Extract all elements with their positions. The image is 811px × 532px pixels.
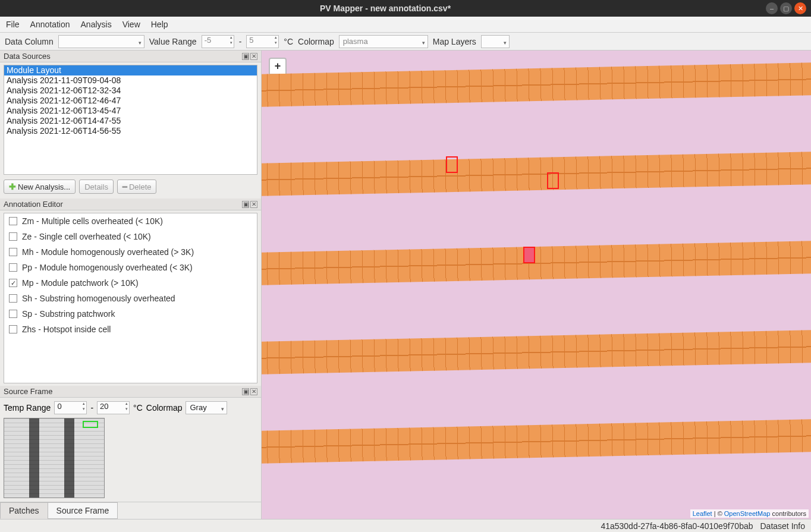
menu-file[interactable]: File (6, 20, 20, 29)
window-title: PV Mapper - new annotation.csv* (5, 4, 766, 13)
undock-icon[interactable]: ▣ (242, 53, 249, 60)
menubar: File Annotation Analysis View Help (0, 17, 811, 33)
label-temp-range: Temp Range (4, 403, 51, 413)
annotation-editor-header: Annotation Editor ▣✕ (0, 199, 261, 210)
temp-min[interactable]: 0 (54, 401, 87, 414)
bottom-tabs: Patches Source Frame (0, 502, 261, 519)
map-attribution: Leaflet | © OpenStreetMap contributors (690, 509, 809, 518)
toolbar: Data Column Value Range -5 - 5 °C Colorm… (0, 33, 811, 51)
list-item[interactable]: Analysis 2021-11-09T09-04-08 (4, 75, 257, 86)
checkbox[interactable] (9, 217, 17, 225)
data-sources-header: Data Sources ▣✕ (0, 51, 261, 62)
undock-icon[interactable]: ▣ (242, 201, 249, 208)
value-range-max[interactable]: 5 (246, 35, 279, 48)
data-column-select[interactable] (58, 35, 144, 48)
details-button[interactable]: Details (79, 180, 114, 194)
label-colormap: Colormap (298, 37, 334, 46)
label-data-column: Data Column (5, 37, 54, 46)
annotation-label: Ze - Single cell overheated (< 10K) (22, 232, 151, 241)
range-dash: - (239, 37, 242, 46)
list-item[interactable]: Module Layout (4, 65, 257, 75)
left-panel: Data Sources ▣✕ Module Layout Analysis 2… (0, 51, 262, 519)
menu-annotation[interactable]: Annotation (30, 20, 70, 29)
status-label: Dataset Info (760, 521, 806, 531)
new-analysis-button[interactable]: ✚New Analysis... (4, 180, 76, 194)
temp-max[interactable]: 20 (97, 401, 130, 414)
checkbox[interactable] (9, 294, 17, 303)
list-item[interactable]: Analysis 2021-12-06T14-47-55 (4, 116, 257, 126)
sf-colormap-select[interactable]: Gray (186, 401, 227, 414)
data-sources-list[interactable]: Module Layout Analysis 2021-11-09T09-04-… (4, 65, 257, 175)
map-layers-select[interactable] (481, 35, 510, 48)
checkbox[interactable]: ✓ (9, 279, 17, 287)
close-icon[interactable]: ✕ (250, 53, 257, 60)
undock-icon[interactable]: ▣ (242, 388, 249, 395)
close-button[interactable]: ✕ (794, 2, 806, 14)
checkbox[interactable] (9, 248, 17, 256)
unit-c: °C (284, 37, 293, 46)
close-icon[interactable]: ✕ (250, 388, 257, 395)
label-map-layers: Map Layers (433, 37, 476, 46)
checkbox[interactable] (9, 310, 17, 318)
menu-analysis[interactable]: Analysis (81, 20, 112, 29)
minus-icon: ━ (122, 182, 127, 191)
source-frame-header: Source Frame ▣✕ (0, 386, 261, 398)
list-item[interactable]: Analysis 2021-12-06T12-32-34 (4, 86, 257, 96)
selection-box (83, 421, 98, 428)
menu-help[interactable]: Help (151, 20, 168, 29)
minimize-button[interactable]: – (766, 2, 778, 14)
checkbox[interactable] (9, 263, 17, 272)
label-sf-colormap: Colormap (146, 403, 183, 413)
list-item[interactable]: Analysis 2021-12-06T13-45-47 (4, 106, 257, 116)
map-view[interactable]: + − Leaflet | © OpenStreetMap contributo… (262, 51, 811, 519)
checkbox[interactable] (9, 325, 17, 333)
list-item[interactable]: Analysis 2021-12-06T12-46-47 (4, 96, 257, 106)
close-icon[interactable]: ✕ (250, 201, 257, 208)
colormap-select[interactable]: plasma (339, 35, 428, 48)
tab-source-frame[interactable]: Source Frame (48, 502, 118, 519)
leaflet-link[interactable]: Leaflet (693, 510, 712, 517)
module-highlight[interactable] (547, 172, 559, 189)
list-item[interactable]: Analysis 2021-12-06T14-56-55 (4, 126, 257, 136)
maximize-button[interactable]: ▢ (780, 2, 792, 14)
annotation-label: Mp - Module patchwork (> 10K) (22, 278, 139, 288)
checkbox[interactable] (9, 232, 17, 241)
tab-patches[interactable]: Patches (0, 502, 48, 519)
annotation-label: Zhs - Hotspot inside cell (22, 325, 111, 334)
status-id: 41a530dd-27fa-4b86-8fa0-4010e9f70bab (601, 521, 753, 531)
zoom-in-button[interactable]: + (270, 59, 285, 74)
delete-button[interactable]: ━Delete (117, 180, 157, 194)
annotation-list[interactable]: Zm - Multiple cells overheated (< 10K) Z… (4, 213, 257, 383)
module-highlight[interactable] (523, 247, 535, 263)
value-range-min[interactable]: -5 (202, 35, 234, 48)
plus-icon: ✚ (9, 182, 16, 191)
annotation-label: Sp - Substring patchwork (22, 309, 115, 319)
menu-view[interactable]: View (122, 20, 140, 29)
label-value-range: Value Range (149, 37, 197, 46)
annotation-label: Pp - Module homogenously overheated (< 3… (22, 263, 193, 272)
titlebar: PV Mapper - new annotation.csv* – ▢ ✕ (0, 0, 811, 17)
annotation-label: Mh - Module homogenously overheated (> 3… (22, 247, 194, 257)
module-highlight[interactable] (446, 156, 458, 173)
osm-link[interactable]: OpenStreetMap (724, 510, 771, 517)
annotation-label: Sh - Substring homogenously overheated (22, 294, 175, 303)
thermal-preview (4, 418, 105, 498)
annotation-label: Zm - Multiple cells overheated (< 10K) (22, 216, 163, 226)
statusbar: 41a530dd-27fa-4b86-8fa0-4010e9f70bab Dat… (0, 519, 811, 532)
